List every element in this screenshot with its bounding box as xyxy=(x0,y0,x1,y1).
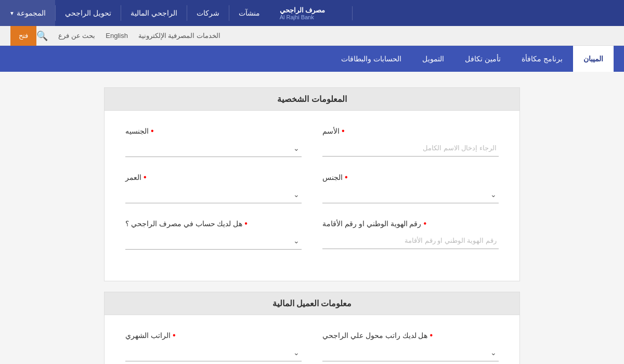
age-required-dot: • xyxy=(144,173,147,182)
bank-name-arabic: مصرف الراجحي xyxy=(280,6,326,14)
has-rajhi-salary-field: • هل لديك راتب محول علي الراجحي ⌄ xyxy=(322,331,499,361)
utility-bar: فتح الخدمات المصرفية الإلكترونية English… xyxy=(0,26,624,46)
bank-name-english: Al Rajhi Bank xyxy=(280,14,314,20)
name-input[interactable] xyxy=(322,140,499,157)
has-account-select-wrapper: ⌄ xyxy=(125,232,302,250)
nav-item-companies[interactable]: شركات xyxy=(187,0,229,26)
monthly-salary-arrow: ⌄ xyxy=(293,348,300,357)
e-services-link[interactable]: الخدمات المصرفية الإلكترونية xyxy=(138,32,220,40)
gender-field: • الجنس ⌄ xyxy=(322,173,499,203)
open-account-button[interactable]: فتح xyxy=(10,26,36,46)
form-row-gender-age: • الجنس ⌄ • العمر xyxy=(125,173,499,203)
gender-label: • الجنس xyxy=(322,173,499,182)
nav-item-rewards[interactable]: برنامج مكافأة xyxy=(511,46,573,72)
form-row-name-nationality: • الأسم • الجنسيه ⌄ xyxy=(125,126,499,157)
age-dropdown-arrow: ⌄ xyxy=(293,190,300,199)
gender-dropdown-arrow: ⌄ xyxy=(490,190,497,199)
second-navigation: الميبان برنامج مكافأة تأمين تكافل التموي… xyxy=(0,46,624,72)
age-select[interactable]: ⌄ xyxy=(125,186,302,203)
monthly-salary-select-wrapper: ⌄ xyxy=(125,344,302,361)
has-rajhi-salary-arrow: ⌄ xyxy=(490,348,497,357)
personal-info-header: المعلومات الشخصية xyxy=(105,88,519,111)
nationality-dropdown-arrow: ⌄ xyxy=(293,144,300,152)
has-rajhi-salary-label: • هل لديك راتب محول علي الراجحي xyxy=(322,331,499,340)
nav-divider-3 xyxy=(121,5,121,21)
nationality-required-dot: • xyxy=(151,126,154,136)
nav-item-tamoil[interactable]: التمويل xyxy=(412,46,454,72)
branch-search[interactable]: بحث عن فرع xyxy=(58,32,95,40)
personal-info-section: المعلومات الشخصية • الأسم • الجنسيه xyxy=(104,87,520,281)
has-account-label: • هل لديك حساب في مصرف الراجحي ؟ xyxy=(125,219,302,228)
search-button[interactable]: 🔍 xyxy=(36,30,48,42)
has-rajhi-salary-select[interactable]: ⌄ xyxy=(322,344,499,361)
financial-info-body: • هل لديك راتب محول علي الراجحي ⌄ • ال xyxy=(105,315,519,364)
form-row-id-account: • رقم الهوية الوطني او رقم الأقامة • هل … xyxy=(125,219,499,250)
nav-item-meeban[interactable]: الميبان xyxy=(573,46,614,72)
name-required-dot: • xyxy=(342,126,345,136)
national-id-field: • رقم الهوية الوطني او رقم الأقامة xyxy=(322,219,499,250)
nav-item-finance[interactable]: الراجحي المالية xyxy=(121,0,187,26)
nationality-field: • الجنسيه ⌄ xyxy=(125,126,302,157)
has-account-select[interactable]: ⌄ xyxy=(125,232,302,249)
top-navigation: مصرف الراجحي Al Rajhi Bank منشآت شركات ا… xyxy=(0,0,624,26)
monthly-salary-required-dot: • xyxy=(173,331,176,340)
has-account-field: • هل لديك حساب في مصرف الراجحي ؟ ⌄ xyxy=(125,219,302,250)
national-id-required-dot: • xyxy=(423,219,426,228)
age-select-wrapper: ⌄ xyxy=(125,186,302,203)
form-row-salary: • هل لديك راتب محول علي الراجحي ⌄ • ال xyxy=(125,331,499,361)
national-id-input[interactable] xyxy=(322,232,499,249)
name-field: • الأسم xyxy=(322,126,499,157)
has-account-dropdown-arrow: ⌄ xyxy=(293,237,300,245)
monthly-salary-select[interactable]: ⌄ xyxy=(125,344,302,361)
age-field: • العمر ⌄ xyxy=(125,173,302,203)
nav-item-manshat[interactable]: منشآت xyxy=(229,0,269,26)
nav-item-group[interactable]: المجموعة xyxy=(0,0,55,26)
monthly-salary-field: • الراتب الشهري ⌄ xyxy=(125,331,302,361)
gender-select[interactable]: ⌄ xyxy=(322,186,499,203)
nav-item-transfer[interactable]: تحويل الراجحي xyxy=(56,0,121,26)
financial-info-section: معلومات العميل المالية • هل لديك راتب مح… xyxy=(104,292,520,364)
personal-info-body: • الأسم • الجنسيه ⌄ xyxy=(105,111,519,281)
nav-item-insurance[interactable]: تأمين تكافل xyxy=(454,46,511,72)
nav-divider-1 xyxy=(229,5,229,21)
nationality-label: • الجنسيه xyxy=(125,126,302,136)
has-account-required-dot: • xyxy=(244,219,248,228)
financial-info-header: معلومات العميل المالية xyxy=(105,292,519,315)
has-rajhi-salary-required-dot: • xyxy=(430,331,433,340)
nationality-select[interactable]: ⌄ xyxy=(125,140,302,157)
gender-required-dot: • xyxy=(345,173,348,182)
monthly-salary-label: • الراتب الشهري xyxy=(125,331,302,340)
main-content: المعلومات الشخصية • الأسم • الجنسيه xyxy=(0,72,624,364)
has-rajhi-salary-select-wrapper: ⌄ xyxy=(322,344,499,361)
name-label: • الأسم xyxy=(322,126,499,136)
nav-item-accounts[interactable]: الحسابات والبطاقات xyxy=(331,46,412,72)
nav-divider-2 xyxy=(187,5,187,21)
age-label: • العمر xyxy=(125,173,302,182)
nav-divider-4 xyxy=(55,5,56,21)
language-switch[interactable]: English xyxy=(106,32,128,40)
nationality-select-wrapper: ⌄ xyxy=(125,140,302,157)
national-id-label: • رقم الهوية الوطني او رقم الأقامة xyxy=(322,219,499,228)
bank-logo: مصرف الراجحي Al Rajhi Bank xyxy=(269,6,353,20)
gender-select-wrapper: ⌄ xyxy=(322,186,499,203)
